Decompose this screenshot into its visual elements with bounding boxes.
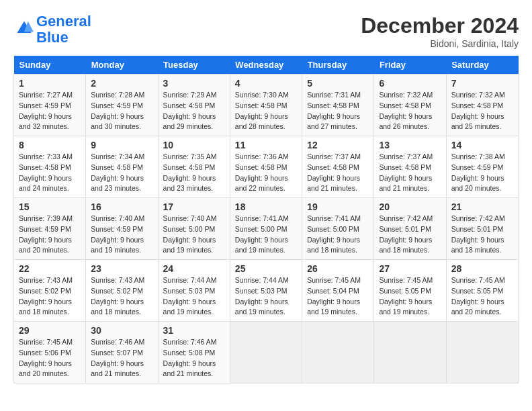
day-info: Sunrise: 7:32 AM Sunset: 4:58 PM Dayligh… bbox=[451, 90, 513, 132]
calendar-cell: 24 Sunrise: 7:44 AM Sunset: 5:03 PM Dayl… bbox=[158, 260, 230, 322]
day-info: Sunrise: 7:42 AM Sunset: 5:01 PM Dayligh… bbox=[451, 214, 513, 256]
day-number: 7 bbox=[451, 78, 513, 89]
day-number: 13 bbox=[379, 140, 441, 150]
calendar-cell: 12 Sunrise: 7:37 AM Sunset: 4:58 PM Dayl… bbox=[302, 136, 374, 198]
day-info: Sunrise: 7:35 AM Sunset: 4:58 PM Dayligh… bbox=[163, 152, 225, 194]
day-number: 23 bbox=[91, 263, 152, 274]
day-number: 4 bbox=[235, 78, 297, 89]
calendar-cell: 13 Sunrise: 7:37 AM Sunset: 4:58 PM Dayl… bbox=[374, 136, 446, 198]
day-number: 10 bbox=[163, 140, 225, 150]
calendar-cell: 23 Sunrise: 7:43 AM Sunset: 5:02 PM Dayl… bbox=[86, 260, 158, 322]
day-info: Sunrise: 7:33 AM Sunset: 4:58 PM Dayligh… bbox=[19, 152, 81, 194]
calendar-cell bbox=[374, 322, 446, 383]
day-info: Sunrise: 7:40 AM Sunset: 5:00 PM Dayligh… bbox=[163, 214, 225, 256]
calendar-cell: 16 Sunrise: 7:40 AM Sunset: 4:59 PM Dayl… bbox=[86, 198, 158, 260]
calendar-cell: 14 Sunrise: 7:38 AM Sunset: 4:59 PM Dayl… bbox=[446, 136, 518, 198]
logo-line1: General bbox=[36, 13, 91, 30]
calendar-cell: 8 Sunrise: 7:33 AM Sunset: 4:58 PM Dayli… bbox=[14, 136, 86, 198]
day-info: Sunrise: 7:27 AM Sunset: 4:59 PM Dayligh… bbox=[19, 90, 81, 132]
day-info: Sunrise: 7:37 AM Sunset: 4:58 PM Dayligh… bbox=[379, 152, 441, 194]
calendar-cell: 3 Sunrise: 7:29 AM Sunset: 4:58 PM Dayli… bbox=[158, 75, 230, 136]
day-header-monday: Monday bbox=[86, 56, 158, 75]
day-number: 25 bbox=[235, 263, 297, 274]
calendar-cell: 7 Sunrise: 7:32 AM Sunset: 4:58 PM Dayli… bbox=[446, 75, 518, 136]
day-number: 3 bbox=[163, 78, 225, 89]
calendar-cell: 2 Sunrise: 7:28 AM Sunset: 4:59 PM Dayli… bbox=[86, 75, 158, 136]
day-info: Sunrise: 7:31 AM Sunset: 4:58 PM Dayligh… bbox=[307, 90, 369, 132]
calendar-cell: 28 Sunrise: 7:45 AM Sunset: 5:05 PM Dayl… bbox=[446, 260, 518, 322]
day-info: Sunrise: 7:40 AM Sunset: 4:59 PM Dayligh… bbox=[91, 214, 152, 256]
title-block: December 2024 Bidoni, Sardinia, Italy bbox=[361, 13, 519, 49]
day-number: 6 bbox=[379, 78, 441, 89]
location: Bidoni, Sardinia, Italy bbox=[361, 38, 519, 49]
day-info: Sunrise: 7:42 AM Sunset: 5:01 PM Dayligh… bbox=[379, 214, 441, 256]
calendar-week-3: 15 Sunrise: 7:39 AM Sunset: 4:59 PM Dayl… bbox=[14, 198, 519, 260]
calendar-cell: 11 Sunrise: 7:36 AM Sunset: 4:58 PM Dayl… bbox=[230, 136, 302, 198]
day-header-saturday: Saturday bbox=[446, 56, 518, 75]
day-number: 5 bbox=[307, 78, 369, 89]
calendar-cell bbox=[446, 322, 518, 383]
logo: General Blue bbox=[13, 13, 91, 46]
day-number: 31 bbox=[163, 325, 225, 336]
day-header-wednesday: Wednesday bbox=[230, 56, 302, 75]
day-number: 14 bbox=[451, 140, 513, 150]
calendar-cell: 18 Sunrise: 7:41 AM Sunset: 5:00 PM Dayl… bbox=[230, 198, 302, 260]
day-info: Sunrise: 7:46 AM Sunset: 5:07 PM Dayligh… bbox=[91, 337, 152, 379]
day-info: Sunrise: 7:45 AM Sunset: 5:05 PM Dayligh… bbox=[379, 275, 441, 318]
day-number: 28 bbox=[451, 263, 513, 274]
day-number: 17 bbox=[163, 201, 225, 212]
calendar-body: 1 Sunrise: 7:27 AM Sunset: 4:59 PM Dayli… bbox=[14, 75, 519, 383]
day-number: 2 bbox=[91, 78, 152, 89]
day-info: Sunrise: 7:43 AM Sunset: 5:02 PM Dayligh… bbox=[91, 275, 152, 318]
day-number: 24 bbox=[163, 263, 225, 274]
day-info: Sunrise: 7:36 AM Sunset: 4:58 PM Dayligh… bbox=[235, 152, 297, 194]
calendar-cell: 20 Sunrise: 7:42 AM Sunset: 5:01 PM Dayl… bbox=[374, 198, 446, 260]
calendar-cell: 27 Sunrise: 7:45 AM Sunset: 5:05 PM Dayl… bbox=[374, 260, 446, 322]
day-number: 15 bbox=[19, 201, 81, 212]
day-number: 29 bbox=[19, 325, 81, 336]
day-info: Sunrise: 7:43 AM Sunset: 5:02 PM Dayligh… bbox=[19, 275, 81, 318]
calendar-cell bbox=[302, 322, 374, 383]
day-info: Sunrise: 7:44 AM Sunset: 5:03 PM Dayligh… bbox=[235, 275, 297, 318]
day-number: 8 bbox=[19, 140, 81, 150]
day-header-friday: Friday bbox=[374, 56, 446, 75]
day-number: 11 bbox=[235, 140, 297, 150]
day-number: 18 bbox=[235, 201, 297, 212]
calendar-cell: 4 Sunrise: 7:30 AM Sunset: 4:58 PM Dayli… bbox=[230, 75, 302, 136]
calendar-cell: 31 Sunrise: 7:46 AM Sunset: 5:08 PM Dayl… bbox=[158, 322, 230, 383]
calendar-week-1: 1 Sunrise: 7:27 AM Sunset: 4:59 PM Dayli… bbox=[14, 75, 519, 136]
calendar-cell: 9 Sunrise: 7:34 AM Sunset: 4:58 PM Dayli… bbox=[86, 136, 158, 198]
calendar-cell: 19 Sunrise: 7:41 AM Sunset: 5:00 PM Dayl… bbox=[302, 198, 374, 260]
day-number: 16 bbox=[91, 201, 152, 212]
day-info: Sunrise: 7:28 AM Sunset: 4:59 PM Dayligh… bbox=[91, 90, 152, 132]
day-header-thursday: Thursday bbox=[302, 56, 374, 75]
calendar-cell: 5 Sunrise: 7:31 AM Sunset: 4:58 PM Dayli… bbox=[302, 75, 374, 136]
page-header: General Blue December 2024 Bidoni, Sardi… bbox=[13, 13, 519, 49]
calendar-table: SundayMondayTuesdayWednesdayThursdayFrid… bbox=[13, 56, 519, 383]
calendar-cell: 25 Sunrise: 7:44 AM Sunset: 5:03 PM Dayl… bbox=[230, 260, 302, 322]
logo-line2: Blue bbox=[36, 30, 91, 46]
day-number: 9 bbox=[91, 140, 152, 150]
calendar-cell: 17 Sunrise: 7:40 AM Sunset: 5:00 PM Dayl… bbox=[158, 198, 230, 260]
day-info: Sunrise: 7:39 AM Sunset: 4:59 PM Dayligh… bbox=[19, 214, 81, 256]
calendar-header-row: SundayMondayTuesdayWednesdayThursdayFrid… bbox=[14, 56, 519, 75]
day-info: Sunrise: 7:41 AM Sunset: 5:00 PM Dayligh… bbox=[235, 214, 297, 256]
day-info: Sunrise: 7:44 AM Sunset: 5:03 PM Dayligh… bbox=[163, 275, 225, 318]
day-number: 1 bbox=[19, 78, 81, 89]
calendar-cell: 15 Sunrise: 7:39 AM Sunset: 4:59 PM Dayl… bbox=[14, 198, 86, 260]
calendar-cell: 6 Sunrise: 7:32 AM Sunset: 4:58 PM Dayli… bbox=[374, 75, 446, 136]
calendar-cell: 10 Sunrise: 7:35 AM Sunset: 4:58 PM Dayl… bbox=[158, 136, 230, 198]
calendar-cell: 30 Sunrise: 7:46 AM Sunset: 5:07 PM Dayl… bbox=[86, 322, 158, 383]
day-info: Sunrise: 7:30 AM Sunset: 4:58 PM Dayligh… bbox=[235, 90, 297, 132]
day-info: Sunrise: 7:45 AM Sunset: 5:04 PM Dayligh… bbox=[307, 275, 369, 318]
calendar-week-4: 22 Sunrise: 7:43 AM Sunset: 5:02 PM Dayl… bbox=[14, 260, 519, 322]
day-header-sunday: Sunday bbox=[14, 56, 86, 75]
day-info: Sunrise: 7:34 AM Sunset: 4:58 PM Dayligh… bbox=[91, 152, 152, 194]
calendar-cell: 21 Sunrise: 7:42 AM Sunset: 5:01 PM Dayl… bbox=[446, 198, 518, 260]
day-number: 21 bbox=[451, 201, 513, 212]
day-info: Sunrise: 7:46 AM Sunset: 5:08 PM Dayligh… bbox=[163, 337, 225, 379]
day-info: Sunrise: 7:38 AM Sunset: 4:59 PM Dayligh… bbox=[451, 152, 513, 194]
day-number: 26 bbox=[307, 263, 369, 274]
day-info: Sunrise: 7:45 AM Sunset: 5:06 PM Dayligh… bbox=[19, 337, 81, 379]
day-info: Sunrise: 7:32 AM Sunset: 4:58 PM Dayligh… bbox=[379, 90, 441, 132]
